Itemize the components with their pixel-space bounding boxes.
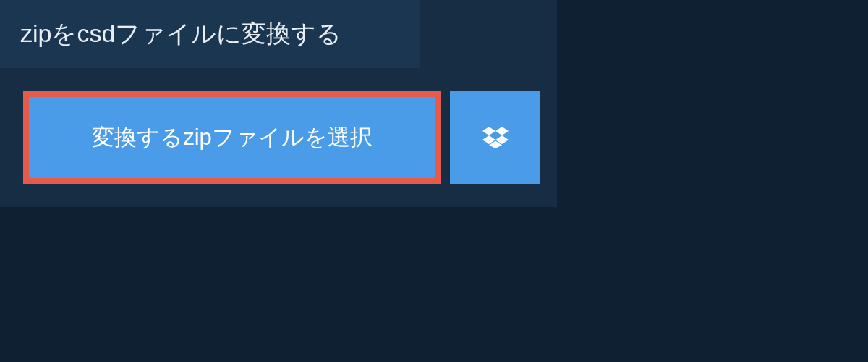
dropbox-icon [482,125,509,151]
title-bar: zipをcsdファイルに変換する [0,0,420,68]
page-title: zipをcsdファイルに変換する [20,17,399,51]
select-file-button-label: 変換するzipファイルを選択 [92,122,373,153]
select-file-button[interactable]: 変換するzipファイルを選択 [23,91,441,184]
dropbox-button[interactable] [450,91,540,184]
button-row: 変換するzipファイルを選択 [23,91,557,184]
converter-panel: zipをcsdファイルに変換する 変換するzipファイルを選択 [0,0,557,207]
